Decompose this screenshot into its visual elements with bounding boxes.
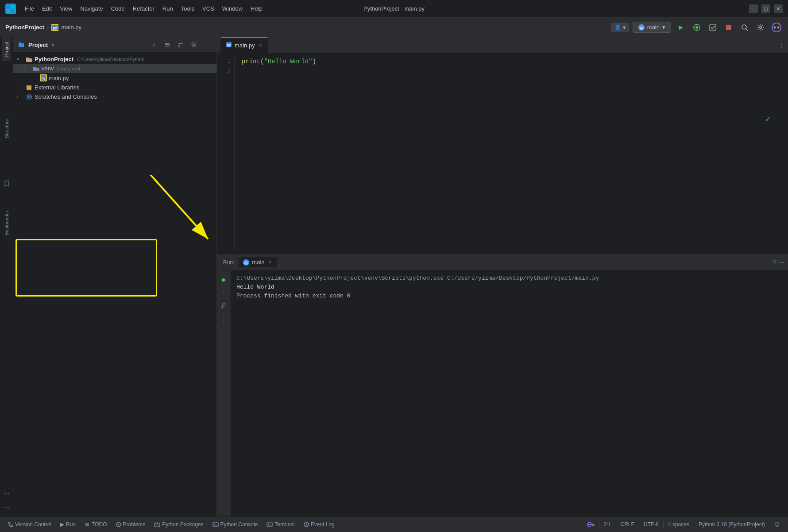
panel-dropdown-icon[interactable]: ▾ xyxy=(51,42,54,48)
menu-tools[interactable]: Tools xyxy=(178,4,198,14)
close-button[interactable]: ✕ xyxy=(774,4,783,13)
more-tools-icon-2[interactable]: ⋯ xyxy=(1,502,12,513)
output-line-1: C:\Users\yilma\Desktop\PythonProject\ven… xyxy=(236,274,783,283)
run-wrench-button[interactable] xyxy=(219,301,229,311)
run-scroll-up-button[interactable]: ↑ xyxy=(219,287,229,298)
bottom-version-control[interactable]: Version Control xyxy=(4,517,56,532)
svg-point-39 xyxy=(774,261,776,262)
tabnine-icon[interactable]: tabnine xyxy=(582,521,599,528)
bottom-problems[interactable]: Problems xyxy=(112,517,150,532)
svg-point-19 xyxy=(772,23,781,32)
run-panel-minimize-icon[interactable]: ─ xyxy=(780,258,784,266)
maximize-button[interactable]: □ xyxy=(761,4,770,13)
bottom-run[interactable]: ▶ Run xyxy=(56,517,80,532)
bottom-right: tabnine 2:1 CRLF UTF-8 4 spaces Python 3… xyxy=(582,521,784,528)
menu-vcs[interactable]: VCS xyxy=(199,4,218,14)
paren-open: ( xyxy=(260,57,264,66)
bottom-todo[interactable]: TODO xyxy=(80,517,111,532)
menu-window[interactable]: Window xyxy=(219,4,246,14)
bottom-event-log[interactable]: Event Log xyxy=(299,517,339,532)
sidebar-item-project[interactable]: Project xyxy=(2,37,11,61)
svg-point-18 xyxy=(760,26,762,28)
breadcrumb-separator: › xyxy=(47,24,49,31)
tree-arrow-venv: › xyxy=(24,66,31,71)
app-icon xyxy=(5,4,16,14)
user-button[interactable]: 👤 ▾ xyxy=(611,23,629,32)
bottom-python-console[interactable]: Python Console xyxy=(208,517,263,532)
code-area[interactable]: print("Hello World") xyxy=(240,57,788,251)
menu-file[interactable]: File xyxy=(21,4,38,14)
menu-help[interactable]: Help xyxy=(247,4,266,14)
svg-rect-31 xyxy=(30,85,31,90)
bell-icon xyxy=(774,521,780,528)
tree-item-venv[interactable]: › venv library root xyxy=(13,64,216,73)
menu-view[interactable]: View xyxy=(56,4,76,14)
svg-point-58 xyxy=(588,524,590,525)
window-title: PythonProject - main.py xyxy=(363,5,425,12)
settings-button[interactable] xyxy=(754,21,767,34)
bottom-terminal[interactable]: Terminal xyxy=(262,517,299,532)
svg-point-16 xyxy=(742,25,746,29)
svg-text:py: py xyxy=(227,43,231,47)
window-controls: ─ □ ✕ xyxy=(749,4,783,13)
menu-run[interactable]: Run xyxy=(159,4,177,14)
svg-point-59 xyxy=(590,524,591,525)
bookmarks-icon xyxy=(1,178,12,189)
editor-content[interactable]: 1 2 print("Hello World") ✓ xyxy=(217,53,788,254)
tree-label-scratches: Scratches and Consoles xyxy=(35,93,97,100)
minimize-button[interactable]: ─ xyxy=(749,4,758,13)
run-label: Run: xyxy=(220,258,237,267)
file-name-breadcrumb[interactable]: main.py xyxy=(61,24,81,31)
coverage-button[interactable] xyxy=(707,21,719,34)
line-ending[interactable]: CRLF xyxy=(616,521,639,528)
stop-button[interactable] xyxy=(722,21,735,34)
run-tab-close[interactable]: ✕ xyxy=(267,259,273,266)
editor-tab-close[interactable]: ✕ xyxy=(258,42,263,49)
bottom-version-control-label: Version Control xyxy=(15,521,51,528)
menu-refactor[interactable]: Refactor xyxy=(129,4,158,14)
search-button[interactable] xyxy=(738,21,751,34)
more-tools-icon[interactable]: ⋯ xyxy=(1,488,12,499)
folder-icon-project xyxy=(26,56,33,62)
tab-more-button[interactable]: ⋮ xyxy=(779,42,784,48)
panel-add-button[interactable]: + xyxy=(149,40,159,50)
panel-collapse-all-button[interactable] xyxy=(176,40,185,50)
editor-tab-label: main.py xyxy=(235,42,255,49)
menu-edit[interactable]: Edit xyxy=(39,4,55,14)
tree-item-scratches[interactable]: › Scratches and Consoles xyxy=(13,92,216,101)
run-tab-main[interactable]: py main ✕ xyxy=(239,257,277,267)
project-panel: Project ▾ + xyxy=(13,37,217,517)
run-config-button[interactable]: py main ▾ xyxy=(633,22,671,33)
bottom-terminal-label: Terminal xyxy=(274,521,294,528)
run-button[interactable]: ▶ xyxy=(675,21,687,34)
tabnine-toolbar-icon[interactable] xyxy=(770,21,783,34)
debug-button[interactable] xyxy=(691,21,703,34)
library-icon xyxy=(26,85,33,91)
sidebar-item-structure[interactable]: Structure xyxy=(2,114,11,143)
menu-code[interactable]: Code xyxy=(108,4,128,14)
panel-minimize-button[interactable]: ─ xyxy=(202,40,212,50)
sidebar-item-bookmarks[interactable]: Bookmarks xyxy=(2,207,11,240)
code-line-1: print("Hello World") xyxy=(242,57,788,66)
keyword-print: print xyxy=(242,57,260,66)
run-scroll-down-button[interactable]: ↓ xyxy=(219,314,229,324)
line-number-1: 1 xyxy=(220,57,231,66)
bottom-python-packages[interactable]: Python Packages xyxy=(150,517,208,532)
panel-settings-button[interactable] xyxy=(189,40,199,50)
breadcrumb: PythonProject › py main.py xyxy=(5,24,81,31)
tree-item-external-libs[interactable]: › External Libraries xyxy=(13,83,216,92)
run-play-button[interactable]: ▶ xyxy=(219,274,229,285)
encoding[interactable]: UTF-8 xyxy=(639,521,663,528)
editor-tab-main-py[interactable]: py main.py ✕ xyxy=(220,37,268,53)
tree-item-main-py[interactable]: py main.py xyxy=(13,73,216,83)
project-name-breadcrumb[interactable]: PythonProject xyxy=(5,24,44,31)
notifications-icon[interactable] xyxy=(769,521,784,528)
run-panel-gear-icon[interactable] xyxy=(772,258,778,266)
indentation[interactable]: 4 spaces xyxy=(664,521,694,528)
svg-rect-3 xyxy=(11,9,14,12)
tree-item-pythonproject[interactable]: ▾ PythonProject C:\Users\yilma\Desktop\P… xyxy=(13,54,216,64)
menu-navigate[interactable]: Navigate xyxy=(77,4,106,14)
panel-collapse-button[interactable] xyxy=(162,40,172,50)
python-version[interactable]: Python 3.10 (PythonProject) xyxy=(694,521,769,528)
output-line-2: Hello World xyxy=(236,283,783,292)
